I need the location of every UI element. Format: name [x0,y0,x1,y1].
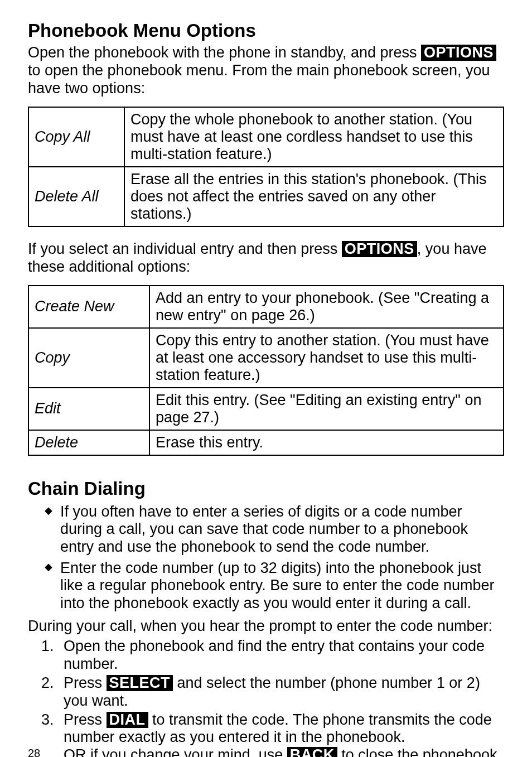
chain-dialing-section: Chain Dialing If you often have to enter… [28,478,504,757]
manual-page: Phonebook Menu Options Open the phoneboo… [0,0,532,757]
select-button-label: SELECT [107,675,173,691]
step-3: Press DIAL to transmit the code. The pho… [41,711,504,757]
option-desc: Copy the whole phonebook to another stat… [124,107,504,167]
option-desc: Erase this entry. [149,430,504,455]
list-item: Enter the code number (up to 32 digits) … [45,560,504,613]
table-row: Create New Add an entry to your phoneboo… [28,286,504,328]
table-row: Copy All Copy the whole phonebook to ano… [28,107,504,167]
chain-dialing-bullets: If you often have to enter a series of d… [28,503,504,612]
option-label: Copy All [28,107,124,167]
option-label: Create New [28,286,149,328]
option-label: Delete All [28,167,124,226]
phonebook-intro: Open the phonebook with the phone in sta… [28,44,504,98]
section-title-chain-dialing: Chain Dialing [28,478,504,500]
text: OR if you change your mind, use [64,746,287,757]
step-1: Open the phonebook and find the entry th… [41,638,504,673]
option-desc: Add an entry to your phonebook. (See "Cr… [149,286,504,328]
step-2: Press SELECT and select the number (phon… [41,674,504,710]
text: Open the phonebook with the phone in sta… [28,44,421,61]
text: Press [64,674,107,691]
table-row: Delete Erase this entry. [28,430,504,455]
table-row: Delete All Erase all the entries in this… [28,167,504,226]
chain-dialing-prompt: During your call, when you hear the prom… [28,618,504,635]
phonebook-entry-options-table: Create New Add an entry to your phoneboo… [28,285,504,456]
option-desc: Copy this entry to another station. (You… [149,328,504,388]
phonebook-mid-text: If you select an individual entry and th… [28,240,504,276]
table-row: Copy Copy this entry to another station.… [28,328,504,388]
option-label: Copy [28,328,149,388]
list-item: If you often have to enter a series of d… [45,503,504,556]
text: If you select an individual entry and th… [28,240,342,257]
text: Press [64,711,107,728]
options-button-label: OPTIONS [342,241,417,257]
page-number: 28 [28,747,40,757]
option-desc: Erase all the entries in this station's … [124,167,504,226]
table-row: Edit Edit this entry. (See "Editing an e… [28,388,504,430]
section-title-phonebook: Phonebook Menu Options [28,20,504,42]
text: to open the phonebook menu. From the mai… [28,62,490,97]
option-label: Delete [28,430,149,455]
back-button-label: BACK [287,747,337,757]
option-label: Edit [28,388,149,430]
option-desc: Edit this entry. (See "Editing an existi… [149,388,504,430]
phonebook-main-options-table: Copy All Copy the whole phonebook to ano… [28,107,504,227]
text: to close the phonebook. [337,746,501,757]
dial-button-label: DIAL [107,712,148,728]
options-button-label: OPTIONS [421,45,496,61]
chain-dialing-steps: Open the phonebook and find the entry th… [28,638,504,757]
